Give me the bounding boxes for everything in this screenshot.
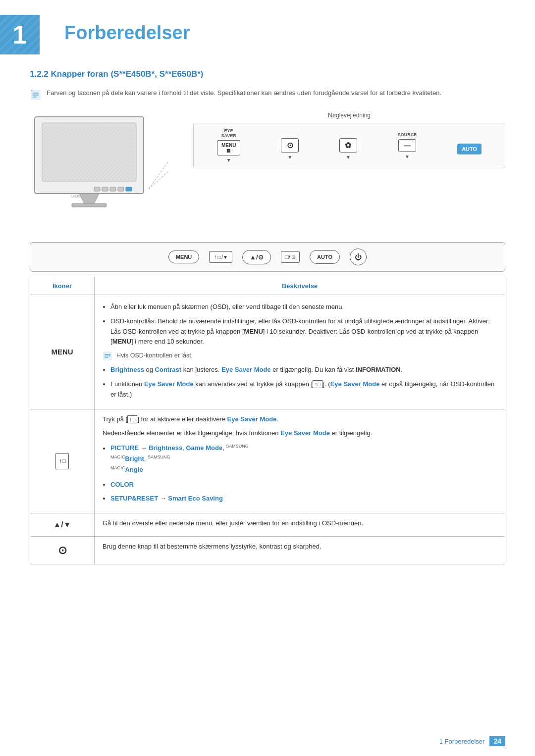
col-header-icons: Ikoner bbox=[30, 277, 95, 295]
footer-chapter-label: 1 Forberedelser bbox=[439, 738, 485, 745]
key-item-sun: ✿ ▼ bbox=[339, 131, 357, 160]
key-guide-box: EYESAVER MENU ▦ ▼ ⊙ ▼ bbox=[193, 123, 505, 168]
bottom-buttons-row: MENU ↑ □ /▼ ▲/⊙ □/ ⊡ AUTO ⏻ bbox=[30, 242, 505, 272]
key-item-menu: EYESAVER MENU ▦ ▼ bbox=[217, 128, 240, 163]
svg-rect-7 bbox=[94, 187, 100, 191]
svg-marker-13 bbox=[79, 194, 99, 203]
svg-line-15 bbox=[149, 161, 168, 189]
desc-cell-menu: Åbn eller luk menuen på skærmen (OSD), e… bbox=[95, 295, 505, 409]
col-header-description: Beskrivelse bbox=[95, 277, 505, 295]
chapter-number-box: 1 bbox=[0, 15, 40, 54]
svg-rect-8 bbox=[102, 187, 108, 191]
monitor-diagram: SAMSUNG bbox=[30, 112, 178, 227]
icon-cell-updown: ▲/▼ bbox=[30, 513, 95, 537]
svg-rect-6 bbox=[42, 123, 136, 181]
section-heading: 1.2.2 Knapper foran (S**E450B*, S**E650B… bbox=[30, 69, 505, 79]
power-button: ⏻ bbox=[350, 249, 367, 265]
table-row: MENU Åbn eller luk menuen på skærmen (OS… bbox=[30, 295, 505, 409]
svg-line-16 bbox=[149, 171, 168, 189]
icon-cell-eyesaver: ↑□ bbox=[30, 409, 95, 513]
up-down-button: ▲/⊙ bbox=[242, 250, 270, 264]
eye-saver-button: ↑ □ /▼ bbox=[209, 251, 232, 263]
chapter-title: Forberedelser bbox=[50, 15, 190, 44]
main-content: 1.2.2 Knapper foran (S**E450B*, S**E650B… bbox=[0, 69, 535, 564]
table-row: ↑□ Tryk på [↑□] for at aktivere eller de… bbox=[30, 409, 505, 513]
note-box: Farven og faconen på dele kan variere i … bbox=[30, 88, 505, 101]
menu-button: MENU bbox=[168, 251, 199, 263]
inner-note: Hvis OSD-kontrollen er låst, bbox=[103, 351, 497, 361]
key-item-source: SOURCE — ▼ bbox=[398, 132, 417, 159]
table-row: ▲/▼ Gå til den øverste eller nederste me… bbox=[30, 513, 505, 537]
footer-page-number: 24 bbox=[489, 736, 505, 746]
auto-button: AUTO bbox=[310, 250, 340, 264]
dual-screen-button: □/ ⊡ bbox=[281, 251, 300, 263]
key-item-auto: AUTO bbox=[457, 137, 482, 154]
note-icon bbox=[30, 89, 42, 101]
svg-rect-14 bbox=[72, 203, 107, 207]
desc-cell-eyesaver: Tryk på [↑□] for at aktivere eller deakt… bbox=[95, 409, 505, 513]
note-text: Farven og faconen på dele kan variere i … bbox=[47, 88, 441, 98]
svg-rect-10 bbox=[118, 187, 124, 191]
table-row: ⊙ Brug denne knap til at bestemme skærme… bbox=[30, 536, 505, 564]
diagram-area: SAMSUNG Nøglevejledning EYESAVER MENU ▦ bbox=[30, 112, 505, 227]
info-table: Ikoner Beskrivelse MENU Åbn eller luk me… bbox=[30, 277, 505, 564]
page-footer: 1 Forberedelser 24 bbox=[439, 736, 505, 746]
page-header: 1 Forberedelser bbox=[0, 0, 535, 64]
inner-note-icon bbox=[103, 351, 112, 361]
key-guide-area: Nøglevejledning EYESAVER MENU ▦ ▼ ⊙ bbox=[193, 112, 505, 168]
chapter-number: 1 bbox=[13, 20, 27, 50]
desc-cell-circle: Brug denne knap til at bestemme skærmens… bbox=[95, 536, 505, 564]
key-guide-label: Nøglevejledning bbox=[193, 112, 505, 119]
icon-cell-circle: ⊙ bbox=[30, 536, 95, 564]
icon-cell-menu: MENU bbox=[30, 295, 95, 409]
svg-rect-11 bbox=[126, 187, 132, 191]
svg-rect-9 bbox=[110, 187, 116, 191]
desc-cell-updown: Gå til den øverste eller nederste menu, … bbox=[95, 513, 505, 537]
key-item-brightness: ⊙ ▼ bbox=[281, 131, 299, 160]
inner-note-text: Hvis OSD-kontrollen er låst, bbox=[116, 351, 193, 360]
